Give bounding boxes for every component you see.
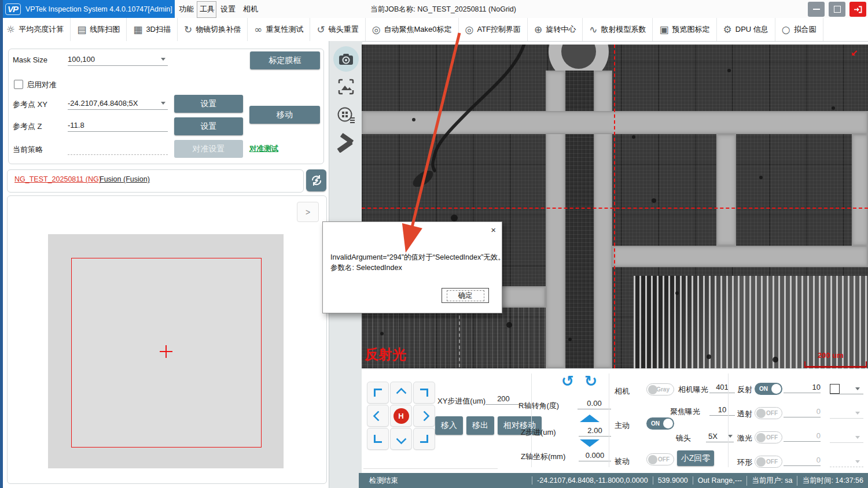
move-in-button[interactable]: 移入 <box>435 416 463 435</box>
home-icon: H <box>393 408 409 424</box>
laser-light-toggle[interactable]: OFF <box>755 431 782 443</box>
ref-point-xy-select[interactable]: -24.2107,64.8408;5X <box>68 97 168 110</box>
lens-reset-icon: ↺ <box>317 25 325 35</box>
grid-info-button[interactable] <box>334 103 358 127</box>
jog-up-button[interactable] <box>390 382 412 404</box>
menu-settings[interactable]: 设置 <box>220 4 236 14</box>
close-icon[interactable]: × <box>491 225 496 235</box>
maximize-icon <box>834 6 841 13</box>
lens-label: 镜头 <box>676 433 691 443</box>
move-button[interactable]: 移动 <box>249 106 320 124</box>
r-angle-input[interactable]: 0.00 <box>578 398 611 409</box>
z-home-button[interactable]: 小Z回零 <box>677 450 714 466</box>
rotate-ccw-icon[interactable]: ↺ <box>561 374 574 389</box>
xy-step-input[interactable]: 200 <box>486 393 521 405</box>
z-step-input[interactable]: 2.00 <box>579 425 611 437</box>
z-coord-input[interactable]: 0.000 <box>579 450 611 461</box>
toolbar-autofocus-make0[interactable]: ◎自动聚焦Make0标定 <box>366 18 459 41</box>
maximize-button[interactable] <box>829 2 845 17</box>
chevron-down-icon <box>855 460 860 463</box>
rotate-cw-icon[interactable]: ↻ <box>584 374 597 389</box>
reflect-color-swatch[interactable] <box>830 384 840 394</box>
gray-mode-toggle[interactable]: Gray <box>646 383 674 395</box>
toolbar-objective-compensation[interactable]: ↻物镜切换补偿 <box>178 18 248 41</box>
chevron-down-icon[interactable] <box>855 387 860 390</box>
reflect-light-label: 反射 <box>737 385 752 395</box>
toolbar-dpu-info[interactable]: ⚙DPU 信息 <box>717 18 775 41</box>
toolbar-line-scan[interactable]: ▤线阵扫图 <box>71 18 127 41</box>
ok-button[interactable]: 确定 <box>442 288 489 303</box>
ref-point-z-input[interactable]: -11.8 <box>68 119 168 132</box>
camera-exposure-input[interactable]: 401 <box>709 382 735 393</box>
menu-camera[interactable]: 相机 <box>243 4 258 14</box>
menu-tools[interactable]: 工具 <box>200 4 215 14</box>
align-test-link[interactable]: 对准测试 <box>249 144 278 154</box>
jog-down-button[interactable] <box>390 428 412 450</box>
tab-ng-test-link[interactable]: NG_TEST_20250811 (NG) <box>14 175 101 183</box>
ring-light-toggle[interactable]: OFF <box>755 456 782 468</box>
toolbar-repeatability-test[interactable]: ∞重复性测试 <box>248 18 310 41</box>
move-out-button[interactable]: 移出 <box>466 416 494 435</box>
toggle-knob <box>771 384 781 394</box>
transmit-light-toggle[interactable]: OFF <box>755 407 782 419</box>
jog-up-left-button[interactable] <box>367 382 389 404</box>
corner-arrow-icon[interactable]: ↙ <box>851 48 858 58</box>
menu-function[interactable]: 功能 <box>179 4 194 14</box>
toolbar-avg-brightness[interactable]: ☼平均亮度计算 <box>0 18 71 41</box>
jog-home-button[interactable]: H <box>390 405 412 427</box>
toolbar-rotation-center[interactable]: ⊕旋转中心 <box>528 18 583 41</box>
measure-tools-button[interactable] <box>334 131 358 154</box>
ref-point-xy-label: 参考点 XY <box>13 99 47 110</box>
active-toggle[interactable]: ON <box>646 417 674 430</box>
chevron-left-icon <box>373 411 383 421</box>
calibrate-mask-frame-button[interactable]: 标定膜框 <box>250 51 320 69</box>
lens-select[interactable]: 5X <box>706 431 734 442</box>
minimize-button[interactable] <box>808 2 825 17</box>
detection-result-status: 检测结束 <box>365 476 403 486</box>
enable-align-checkbox[interactable] <box>14 80 23 89</box>
z-step-label: Z步进(um) <box>521 427 556 438</box>
jog-up-right-button[interactable] <box>413 382 435 404</box>
camera-live-view[interactable]: 反射光 200 um ↙ <box>362 45 868 368</box>
jog-left-button[interactable] <box>367 405 389 427</box>
align-settings-button: 对准设置 <box>174 140 243 158</box>
passive-toggle[interactable]: OFF <box>646 453 674 465</box>
exit-button[interactable] <box>849 2 866 17</box>
z-up-button[interactable] <box>580 415 599 422</box>
jog-right-button[interactable] <box>413 405 435 427</box>
focus-exposure-input[interactable]: 10 <box>709 404 735 416</box>
crosshair-horizontal-line <box>362 208 868 209</box>
laser-light-label: 激光 <box>737 433 752 443</box>
toggle-knob <box>663 419 673 428</box>
toolbar-lens-reset[interactable]: ↺镜头重置 <box>310 18 365 41</box>
reflect-light-toggle[interactable]: ON <box>755 383 782 395</box>
line-scan-icon: ▤ <box>77 25 86 35</box>
error-message-line1: InvalidArgument=“294”的值对于“SelectedIndex”… <box>330 253 505 263</box>
toolbar-3d-scan[interactable]: ▦3D扫描 <box>127 18 178 41</box>
live-camera-button[interactable] <box>333 46 359 72</box>
current-strategy-label: 当前策略 <box>13 145 43 155</box>
tab-fusion-link[interactable]: Fusion (Fusion) <box>100 175 150 183</box>
title-bar: VP VPTek Inspection System 4.4.0.10747[A… <box>0 0 868 19</box>
image-view-button[interactable] <box>334 75 358 98</box>
toolbar-preview-calibration[interactable]: ▣预览图标定 <box>653 18 716 41</box>
expand-preview-button[interactable]: > <box>297 202 319 222</box>
minimize-icon <box>813 9 820 10</box>
corner-down-right-icon <box>420 435 428 443</box>
toolbar-atf-control[interactable]: ◎ATF控制界面 <box>459 18 528 41</box>
set-z-button[interactable]: 设置 <box>174 117 243 135</box>
mask-size-select[interactable]: 100,100 <box>68 53 168 66</box>
set-xy-button[interactable]: 设置 <box>174 95 243 113</box>
current-time: 当前时间: 14:37:56 <box>797 476 868 486</box>
reflect-light-value-input[interactable]: 10 <box>784 382 821 393</box>
toolbar-fit-circle[interactable]: ○拟合圆 <box>775 18 823 41</box>
jog-down-right-button[interactable] <box>413 428 435 450</box>
scale-bar <box>804 361 867 368</box>
vptek-logo: VP <box>5 3 21 15</box>
status-bar: 检测结束 -24.2107,64.8408,-11.8000,0.0000 53… <box>359 473 868 488</box>
toggle-knob <box>648 455 657 464</box>
jog-down-left-button[interactable] <box>367 428 389 450</box>
toolbar-scatter-model[interactable]: ∿散射模型系数 <box>583 18 653 41</box>
z-down-button[interactable] <box>580 439 599 447</box>
sync-settings-button[interactable] <box>306 169 326 191</box>
